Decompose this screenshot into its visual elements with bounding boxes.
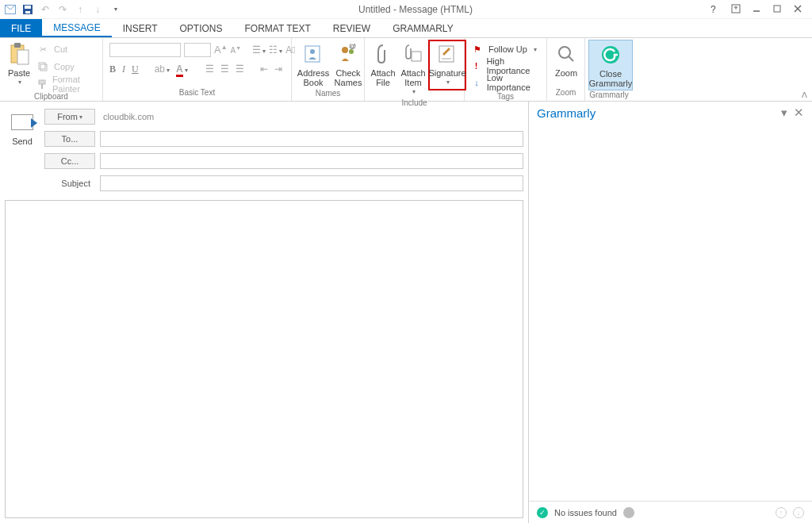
check-icon: ✓	[537, 507, 548, 518]
collapse-ribbon-icon[interactable]: ᐱ	[802, 90, 807, 99]
chevron-down-icon: ▾	[17, 78, 21, 87]
nav-down-icon[interactable]: ↓	[793, 507, 804, 518]
ribbon-options-icon[interactable]	[731, 4, 742, 15]
align-right-icon[interactable]: ☰	[236, 63, 244, 75]
format-painter-button[interactable]: Format Painter	[36, 76, 99, 92]
low-importance-button[interactable]: ↓ Low Importance	[471, 75, 540, 90]
address-book-button[interactable]: Address Book	[295, 40, 331, 89]
message-body[interactable]	[5, 200, 523, 518]
increase-indent-icon[interactable]: ⇥	[274, 63, 282, 75]
font-name-selector[interactable]	[109, 43, 181, 57]
down-icon[interactable]: ↓	[92, 4, 103, 15]
copy-icon	[36, 60, 49, 73]
from-button[interactable]: From▾	[44, 109, 95, 125]
tab-grammarly[interactable]: GRAMMARLY	[381, 19, 464, 37]
feedback-face-icon[interactable]	[623, 507, 634, 518]
decrease-indent-icon[interactable]: ⇤	[260, 63, 268, 75]
paste-label: Paste	[8, 68, 30, 78]
svg-rect-2	[25, 6, 31, 9]
nav-up-icon[interactable]: ↑	[776, 507, 787, 518]
cc-button[interactable]: Cc...	[44, 153, 95, 169]
attach-file-button[interactable]: Attach File	[368, 40, 398, 89]
undo-icon[interactable]: ↶	[40, 4, 51, 15]
svg-rect-22	[439, 46, 454, 62]
svg-rect-6	[774, 6, 780, 12]
close-grammarly-button[interactable]: Close Grammarly	[588, 40, 633, 90]
to-button[interactable]: To...	[44, 131, 95, 147]
zoom-button[interactable]: Zoom	[550, 40, 582, 79]
check-names-icon: @	[335, 41, 361, 67]
font-size-selector[interactable]	[184, 43, 211, 57]
svg-rect-15	[41, 84, 43, 89]
high-importance-button[interactable]: ! High Importance	[471, 58, 540, 74]
grammarly-pane-body	[529, 124, 812, 501]
cc-input[interactable]	[100, 153, 523, 169]
chevron-down-icon: ▾	[411, 87, 416, 97]
tab-insert[interactable]: INSERT	[112, 19, 169, 37]
numbering-icon[interactable]: ☷▾	[269, 44, 282, 56]
svg-rect-14	[39, 80, 45, 84]
cut-icon: ✂	[36, 43, 49, 56]
bold-button[interactable]: B	[109, 63, 116, 75]
underline-button[interactable]: U	[132, 63, 139, 75]
tab-file[interactable]: FILE	[0, 19, 42, 37]
subject-label: Subject	[44, 179, 95, 188]
send-icon	[11, 114, 33, 130]
shrink-font-icon[interactable]: A▼	[231, 45, 242, 55]
flag-icon: ⚑	[471, 43, 484, 56]
paste-icon	[6, 41, 32, 67]
highlight-icon[interactable]: ab▾	[155, 63, 170, 75]
svg-rect-21	[412, 52, 421, 61]
svg-rect-3	[25, 11, 30, 13]
mail-icon	[5, 4, 16, 15]
signature-button[interactable]: Signature ▾	[428, 40, 466, 90]
tab-message[interactable]: MESSAGE	[42, 19, 111, 37]
redo-icon[interactable]: ↷	[57, 4, 68, 15]
send-button[interactable]: Send	[11, 114, 33, 146]
attach-item-icon	[400, 41, 426, 67]
save-icon[interactable]	[22, 4, 33, 15]
from-value: cloudbik.com	[100, 112, 154, 121]
grow-font-icon[interactable]: A▲	[214, 44, 228, 56]
help-icon[interactable]: ?	[710, 4, 722, 15]
minimize-icon[interactable]	[752, 4, 763, 15]
tab-review[interactable]: REVIEW	[322, 19, 381, 37]
follow-up-button[interactable]: ⚑ Follow Up▾	[471, 41, 537, 57]
group-names-label: Names	[295, 89, 361, 101]
tab-format-text[interactable]: FORMAT TEXT	[234, 19, 322, 37]
subject-input[interactable]	[100, 175, 523, 191]
paste-button[interactable]: Paste ▾	[3, 40, 35, 89]
svg-rect-10	[14, 43, 21, 48]
align-center-icon[interactable]: ☰	[220, 63, 229, 75]
group-zoom-label: Zoom	[550, 88, 581, 101]
tab-options[interactable]: OPTIONS	[169, 19, 234, 37]
pane-dropdown-icon[interactable]: ▾	[781, 106, 787, 120]
up-icon[interactable]: ↑	[75, 4, 86, 15]
grammarly-icon	[598, 42, 623, 67]
copy-button[interactable]: Copy	[36, 59, 99, 75]
check-names-button[interactable]: @ Check Names	[331, 40, 365, 89]
high-importance-icon: !	[471, 60, 481, 72]
font-color-icon[interactable]: A▾	[176, 63, 188, 75]
svg-line-25	[569, 56, 573, 61]
close-icon[interactable]	[793, 4, 804, 15]
maximize-icon[interactable]	[772, 4, 783, 15]
svg-rect-13	[40, 64, 47, 71]
bullets-icon[interactable]: ☰▾	[252, 44, 266, 56]
svg-rect-12	[39, 63, 45, 69]
signature-icon	[435, 41, 460, 67]
group-tags-label: Tags	[468, 92, 543, 101]
qat-customize-icon[interactable]: ▾	[109, 4, 121, 15]
cut-button[interactable]: ✂ Cut	[36, 41, 99, 57]
attach-file-icon	[370, 41, 396, 67]
address-book-icon	[301, 41, 326, 67]
window-title: Untitled - Message (HTML)	[121, 4, 710, 15]
pane-close-icon[interactable]: ✕	[794, 106, 804, 120]
svg-rect-11	[17, 50, 29, 64]
align-left-icon[interactable]: ☰	[205, 63, 214, 75]
svg-point-17	[310, 49, 315, 54]
italic-button[interactable]: I	[122, 63, 125, 75]
svg-point-18	[342, 47, 348, 53]
to-input[interactable]	[100, 131, 523, 147]
attach-item-button[interactable]: Attach Item ▾	[398, 40, 428, 98]
